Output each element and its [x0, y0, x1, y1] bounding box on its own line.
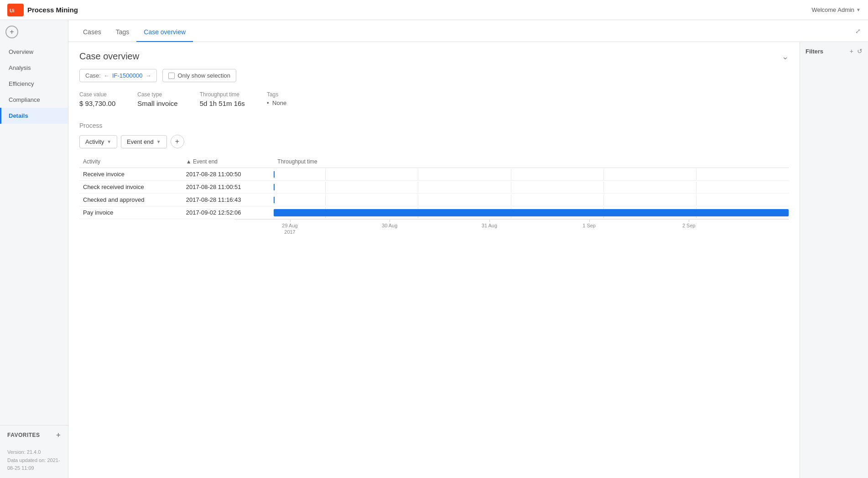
case-type-label: Case type [137, 91, 177, 98]
tags-text: None [272, 100, 286, 106]
expand-icon[interactable]: ⤢ [855, 27, 861, 35]
filters-header: Filters + ↺ [806, 47, 863, 55]
case-overview-title: Case overview [79, 51, 139, 62]
event-end-dropdown-label: Event end [127, 138, 154, 145]
welcome-text: Welcome Admin [811, 6, 854, 13]
section-header: Case overview ⌄ [79, 51, 789, 62]
cell-event-end: 2017-09-02 12:52:06 [182, 206, 274, 219]
timeline-label: 29 Aug 2017 [282, 222, 297, 236]
favorites-header: FAVORITES + [7, 431, 61, 439]
main-content: Case overview ⌄ Case: ← IF-1500000 → Onl… [68, 42, 800, 478]
sort-up-icon: ▲ [186, 158, 192, 165]
metric-tags: Tags • None [267, 91, 286, 107]
col-header-event-end[interactable]: ▲ Event end [182, 156, 274, 168]
cell-activity: Check received invoice [79, 181, 182, 194]
sidebar-item-overview[interactable]: Overview [0, 44, 68, 60]
sidebar-nav: Overview Analysis Efficiency Compliance … [0, 42, 68, 425]
filters-add-icon[interactable]: + [850, 47, 853, 55]
cell-activity: Receive invoice [79, 168, 182, 181]
filters-actions: + ↺ [850, 47, 863, 55]
event-end-dropdown-arrow-icon: ▼ [156, 139, 161, 144]
welcome-chevron-icon[interactable]: ▼ [856, 7, 861, 12]
cell-event-end: 2017-08-28 11:00:50 [182, 168, 274, 181]
cell-event-end: 2017-08-28 11:00:51 [182, 181, 274, 194]
left-arrow-icon: ← [104, 72, 109, 79]
case-metrics: Case value $ 93,730.00 Case type Small i… [79, 91, 789, 107]
sidebar-item-efficiency[interactable]: Efficiency [0, 76, 68, 92]
favorites-label: FAVORITES [7, 432, 40, 438]
case-nav-button[interactable]: Case: ← IF-1500000 → [79, 69, 157, 82]
right-panel: Cases Tags Case overview ⤢ Case overview… [68, 20, 868, 478]
col-header-throughput: Throughput time [274, 156, 789, 168]
case-value: $ 93,730.00 [79, 100, 115, 107]
cell-activity: Checked and approved [79, 194, 182, 206]
case-label: Case: [85, 72, 101, 79]
activity-dropdown[interactable]: Activity ▼ [79, 135, 117, 148]
filters-panel: Filters + ↺ [800, 42, 868, 478]
timeline-label: 31 Aug [482, 222, 497, 229]
timeline-label: 2 Sep [682, 222, 696, 229]
case-value-label: Case value [79, 91, 115, 98]
version-info: Version: 21.4.0 Data updated on: 2021-08… [0, 445, 68, 478]
cell-activity: Pay invoice [79, 206, 182, 219]
gantt-tick [274, 184, 275, 190]
table-row: Checked and approved2017-08-28 11:16:43 [79, 194, 789, 206]
cell-throughput-gantt [274, 194, 789, 206]
tab-case-overview[interactable]: Case overview [136, 23, 193, 42]
case-type: Small invoice [137, 100, 177, 107]
filters-refresh-icon[interactable]: ↺ [857, 47, 863, 55]
process-table: Activity ▲ Event end Throughput time [79, 156, 789, 219]
gantt-tick [274, 171, 275, 178]
sidebar-add-button[interactable]: + [5, 26, 18, 38]
cell-event-end: 2017-08-28 11:16:43 [182, 194, 274, 206]
metric-case-value: Case value $ 93,730.00 [79, 91, 115, 107]
right-arrow-icon: → [145, 72, 151, 79]
show-selection-button[interactable]: Only show selection [162, 69, 236, 82]
collapse-button[interactable]: ⌄ [782, 52, 789, 62]
sidebar-item-compliance[interactable]: Compliance [0, 92, 68, 108]
content-area: Case overview ⌄ Case: ← IF-1500000 → Onl… [68, 42, 868, 478]
table-row: Check received invoice2017-08-28 11:00:5… [79, 181, 789, 194]
gantt-tick [274, 197, 275, 203]
topbar: Ui Process Mining Welcome Admin ▼ [0, 0, 868, 20]
throughput-label: Throughput time [200, 91, 245, 98]
event-end-dropdown[interactable]: Event end ▼ [121, 135, 166, 148]
table-row: Receive invoice2017-08-28 11:00:50 [79, 168, 789, 181]
logo-area: Ui Process Mining [7, 4, 78, 16]
activity-dropdown-arrow-icon: ▼ [107, 139, 111, 144]
case-id: IF-1500000 [112, 72, 143, 79]
cell-throughput-gantt [274, 168, 789, 181]
process-controls: Activity ▼ Event end ▼ + [79, 135, 789, 148]
sidebar: + Overview Analysis Efficiency Complianc… [0, 20, 68, 478]
checkbox-icon [168, 73, 175, 79]
col-header-activity[interactable]: Activity [79, 156, 182, 168]
metric-case-type: Case type Small invoice [137, 91, 177, 107]
timeline-axis: 29 Aug 201730 Aug31 Aug1 Sep2 Sep [234, 219, 789, 234]
case-controls: Case: ← IF-1500000 → Only show selection [79, 69, 789, 82]
timeline-label: 1 Sep [582, 222, 596, 229]
tags-label: Tags [267, 91, 286, 98]
version-text: Version: 21.4.0 [7, 448, 61, 457]
welcome-area: Welcome Admin ▼ [811, 6, 861, 13]
cell-throughput-gantt [274, 181, 789, 194]
sidebar-top: + [0, 20, 68, 42]
timeline-label: 30 Aug [382, 222, 397, 229]
sidebar-favorites: FAVORITES + [0, 425, 68, 445]
process-label: Process [79, 122, 789, 129]
activity-dropdown-label: Activity [85, 138, 104, 145]
svg-text:Ui: Ui [10, 8, 14, 13]
app-title: Process Mining [27, 6, 78, 14]
tab-tags[interactable]: Tags [109, 23, 137, 42]
sidebar-item-details[interactable]: Details [0, 108, 68, 124]
show-selection-label: Only show selection [177, 72, 230, 79]
data-updated-text: Data updated on: 2021-08-25 11:09 [7, 457, 61, 473]
tags-value: • None [267, 100, 286, 106]
sidebar-item-analysis[interactable]: Analysis [0, 60, 68, 76]
tab-cases[interactable]: Cases [76, 23, 109, 42]
add-column-button[interactable]: + [171, 135, 184, 148]
metric-throughput: Throughput time 5d 1h 51m 16s [200, 91, 245, 107]
filters-title: Filters [806, 48, 823, 55]
favorites-add-icon[interactable]: + [56, 431, 61, 439]
tag-dot-icon: • [267, 100, 269, 106]
tab-bar: Cases Tags Case overview ⤢ [68, 20, 868, 42]
